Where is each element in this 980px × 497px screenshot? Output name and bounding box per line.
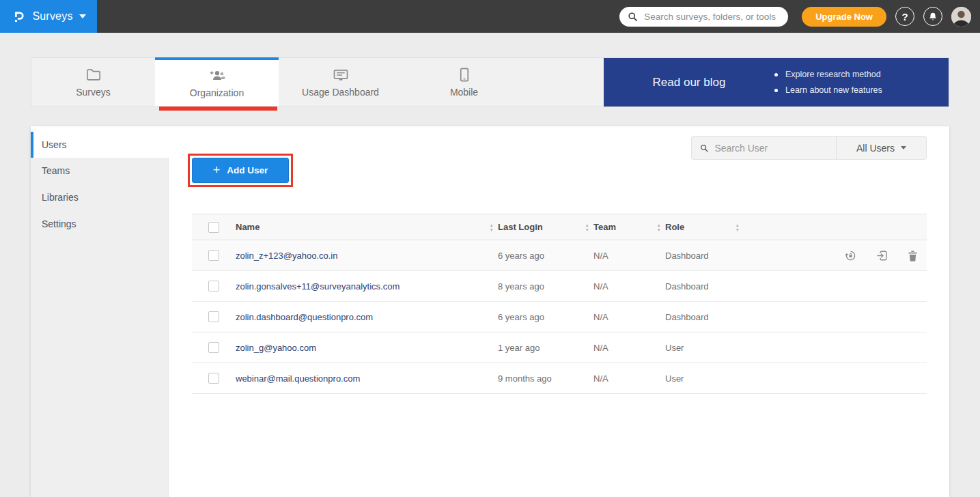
- plus-icon: +: [213, 164, 221, 176]
- product-menu-label: Surveys: [32, 10, 72, 23]
- user-email-link[interactable]: webinar@mail.questionpro.com: [236, 373, 360, 384]
- section-tabbar: Surveys Organization Usage Dashboard: [31, 57, 949, 107]
- topbar: Surveys Upgrade Now ?: [0, 0, 980, 33]
- header-team: Team ▲▼: [593, 222, 665, 232]
- search-icon: [628, 12, 638, 22]
- search-user-box[interactable]: [692, 137, 836, 159]
- row-checkbox[interactable]: [208, 311, 219, 322]
- blog-promo-banner: Read our blog Explore research method Le…: [604, 58, 949, 106]
- tab-surveys-label: Surveys: [76, 87, 111, 98]
- sidebar-item-users-label: Users: [42, 139, 67, 150]
- sidebar-item-teams-label: Teams: [42, 165, 70, 176]
- delete-icon[interactable]: [907, 249, 919, 262]
- user-email-link[interactable]: zolin_z+123@yahoo.co.in: [236, 251, 337, 261]
- sidebar-item-libraries[interactable]: Libraries: [31, 184, 169, 211]
- sidebar-item-users[interactable]: Users: [31, 132, 169, 158]
- role-value: User: [665, 343, 684, 353]
- team-value: N/A: [593, 343, 608, 353]
- add-user-label: Add User: [227, 165, 268, 175]
- blog-promo-bullets: Explore research method Learn about new …: [774, 67, 882, 98]
- last-login-value: 6 years ago: [498, 251, 544, 261]
- header-name: Name ▲▼: [236, 222, 498, 232]
- tab-mobile-label: Mobile: [450, 87, 478, 98]
- last-login-value: 6 years ago: [498, 312, 544, 322]
- team-value: N/A: [593, 312, 608, 322]
- global-search-input[interactable]: [644, 12, 780, 22]
- tab-organization-label: Organization: [190, 87, 244, 98]
- tab-usage-dashboard-label: Usage Dashboard: [302, 87, 379, 98]
- table-row[interactable]: zolin_g@yahoo.com 1 year ago N/A User: [192, 332, 927, 363]
- global-search[interactable]: [619, 7, 788, 27]
- folder-icon: [86, 67, 101, 82]
- table-row[interactable]: zolin.dashboard@questionpro.com 6 years …: [192, 302, 927, 332]
- table-row[interactable]: zolin_z+123@yahoo.co.in 6 years ago N/A …: [192, 240, 927, 271]
- organization-panel: Users Teams Libraries Settings: [31, 126, 949, 497]
- tab-surveys[interactable]: Surveys: [31, 58, 155, 106]
- header-checkbox-cell: [192, 222, 236, 233]
- sort-name-icon[interactable]: ▲▼: [490, 223, 494, 231]
- person-add-icon: [208, 68, 226, 83]
- help-button[interactable]: ?: [895, 7, 914, 26]
- dashboard-icon: [333, 67, 349, 82]
- upgrade-now-button[interactable]: Upgrade Now: [802, 7, 886, 27]
- users-content: All Users + Add User Name ▲▼: [169, 126, 949, 497]
- role-value: User: [665, 373, 684, 384]
- user-filter-bar: All Users: [691, 136, 927, 160]
- table-row[interactable]: zolin.gonsalves+11@surveyanalytics.com 8…: [192, 271, 927, 302]
- table-row[interactable]: webinar@mail.questionpro.com 9 months ag…: [192, 363, 927, 394]
- sort-role-icon[interactable]: ▲▼: [736, 223, 740, 231]
- user-email-link[interactable]: zolin_g@yahoo.com: [236, 343, 316, 353]
- search-icon: [700, 143, 708, 153]
- header-role-label: Role: [665, 222, 684, 232]
- annotation-highlight-box: + Add User: [188, 154, 293, 187]
- role-value: Dashboard: [665, 312, 709, 322]
- notifications-button[interactable]: [923, 7, 942, 26]
- role-value: Dashboard: [665, 281, 709, 292]
- header-role: Role ▲▼: [665, 222, 744, 232]
- team-value: N/A: [593, 251, 608, 261]
- row-checkbox[interactable]: [208, 342, 219, 353]
- user-filter-selected: All Users: [856, 143, 895, 154]
- role-value: Dashboard: [665, 251, 709, 261]
- add-user-button[interactable]: + Add User: [192, 158, 289, 183]
- header-last-login-label: Last Login: [498, 222, 543, 232]
- promo-bullet: Explore research method: [774, 67, 882, 83]
- select-all-checkbox[interactable]: [208, 222, 219, 233]
- promo-bullet: Learn about new features: [774, 83, 882, 98]
- table-header-row: Name ▲▼ Last Login ▲▼ Team ▲▼: [192, 214, 927, 240]
- avatar-image: [951, 7, 971, 27]
- login-as-user-icon[interactable]: [876, 249, 888, 262]
- sidebar-item-settings[interactable]: Settings: [31, 211, 169, 238]
- row-checkbox[interactable]: [208, 281, 219, 292]
- user-filter-dropdown[interactable]: All Users: [837, 137, 926, 159]
- sidebar-item-settings-label: Settings: [42, 218, 76, 229]
- sort-team-icon[interactable]: ▲▼: [657, 223, 661, 231]
- search-user-input[interactable]: [714, 143, 828, 154]
- last-login-value: 1 year ago: [498, 343, 540, 353]
- header-last-login: Last Login ▲▼: [498, 222, 593, 232]
- chevron-down-icon: [901, 146, 906, 150]
- sidebar-item-teams[interactable]: Teams: [31, 158, 169, 184]
- organization-sidebar: Users Teams Libraries Settings: [31, 126, 169, 497]
- product-switcher[interactable]: Surveys: [0, 0, 97, 33]
- row-checkbox[interactable]: [208, 373, 219, 384]
- user-email-link[interactable]: zolin.gonsalves+11@surveyanalytics.com: [236, 281, 400, 292]
- header-team-label: Team: [593, 222, 616, 232]
- bell-icon: [928, 12, 938, 21]
- chevron-down-icon: [79, 14, 86, 18]
- tab-usage-dashboard[interactable]: Usage Dashboard: [279, 58, 402, 106]
- tab-organization[interactable]: Organization: [155, 57, 279, 106]
- reset-password-icon[interactable]: [844, 249, 857, 262]
- sort-last-login-icon[interactable]: ▲▼: [585, 223, 589, 231]
- last-login-value: 8 years ago: [498, 281, 544, 292]
- read-our-blog-link[interactable]: Read our blog: [604, 76, 774, 89]
- team-value: N/A: [593, 281, 608, 292]
- avatar[interactable]: [951, 7, 971, 27]
- tab-mobile[interactable]: Mobile: [402, 58, 526, 106]
- questionpro-p-logo-icon: [11, 8, 26, 25]
- row-checkbox[interactable]: [208, 250, 219, 261]
- header-name-label: Name: [236, 222, 260, 232]
- users-table: Name ▲▼ Last Login ▲▼ Team ▲▼: [192, 214, 927, 394]
- team-value: N/A: [593, 373, 608, 384]
- user-email-link[interactable]: zolin.dashboard@questionpro.com: [236, 312, 373, 322]
